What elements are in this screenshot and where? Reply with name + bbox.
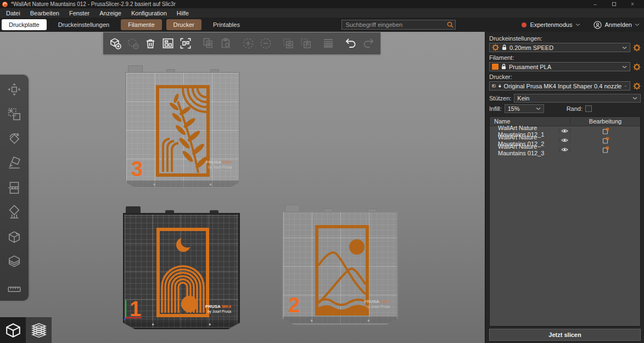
print-bed-1[interactable]: 1 PRUSA MK4 by Josef Prusa (123, 213, 240, 329)
place-on-face-tool-icon[interactable] (6, 155, 23, 171)
menu-datei[interactable]: Datei (1, 8, 25, 18)
slice-now-button[interactable]: Jetzt slicen (489, 329, 641, 341)
menu-hilfe[interactable]: Hilfe (172, 8, 194, 18)
menu-konfiguration[interactable]: Konfiguration (126, 8, 172, 18)
seam-tool-icon[interactable] (6, 229, 23, 245)
edit-printer-button[interactable] (632, 82, 641, 90)
chevron-down-icon (575, 23, 580, 26)
tab-drucker[interactable]: Drucker (166, 19, 202, 30)
print-bed-2[interactable]: 2 PRUSA MK4 by Josef Prusa (282, 211, 398, 325)
user-icon (593, 21, 602, 29)
menu-bearbeiten[interactable]: Bearbeiten (25, 8, 64, 18)
wallart-leaves-model[interactable] (156, 85, 210, 177)
bed-surface[interactable]: 1 PRUSA MK4 by Josef Prusa (123, 213, 240, 329)
add-object-icon[interactable] (108, 36, 122, 51)
search-box (341, 20, 456, 30)
mode-label: Expertenmodus (530, 21, 572, 28)
editor-view-button[interactable] (0, 317, 26, 343)
edit-document-icon (602, 137, 609, 144)
printer-select[interactable]: Original Prusa MK4 Input Shaper 0.4 nozz… (489, 81, 630, 91)
visibility-toggle[interactable] (559, 128, 570, 133)
login-button[interactable]: Anmelden (593, 21, 640, 29)
object-row-3[interactable]: WallArt Nature Mauntains 012_3 (490, 145, 640, 154)
scale-tool-icon[interactable] (6, 106, 23, 122)
brim-checkbox[interactable] (585, 105, 592, 112)
gear-icon (633, 82, 641, 90)
preview-view-button[interactable] (26, 317, 52, 343)
mode-selector[interactable]: Expertenmodus (522, 21, 580, 28)
eye-icon (561, 147, 568, 152)
rotate-tool-icon[interactable] (6, 131, 23, 147)
search-icon[interactable] (446, 21, 454, 29)
edit-object-button[interactable] (570, 128, 640, 134)
undo-icon[interactable] (344, 36, 358, 51)
arrange-bed-icon[interactable] (178, 36, 193, 51)
column-name: Name (490, 118, 559, 125)
title-bar: *WallArt Nature Mauntains 012 - PrusaSli… (0, 0, 644, 8)
search-input[interactable] (341, 20, 456, 30)
visibility-toggle[interactable] (559, 147, 570, 152)
infill-value: 15% (508, 105, 520, 112)
cube-3d-icon (4, 321, 23, 340)
menu-fenster[interactable]: Fenster (64, 8, 94, 18)
bed-surface[interactable]: 3 PRUSA MK4 by Josef Prusa (125, 72, 240, 189)
bed-surface[interactable]: 2 PRUSA MK4 by Josef Prusa (282, 211, 398, 325)
lock-icon (499, 83, 501, 89)
tab-filamente[interactable]: Filamente (121, 19, 161, 30)
cut-tool-icon[interactable] (6, 179, 23, 196)
bed-tab (126, 206, 141, 214)
delete-all-icon[interactable] (143, 36, 158, 51)
window-title: *WallArt Nature Mauntains 012 - PrusaSli… (11, 1, 176, 7)
measure-tool-icon[interactable] (6, 278, 23, 294)
view-mode-switch (0, 317, 52, 343)
menu-anzeige[interactable]: Anzeige (94, 8, 126, 18)
object-toolbar (103, 32, 380, 54)
move-tool-icon[interactable] (6, 81, 23, 98)
filament-value: Prusament PLA (509, 64, 551, 70)
infill-select[interactable]: 15% (505, 104, 544, 113)
gear-icon (633, 44, 641, 52)
minimize-icon[interactable]: – (586, 0, 604, 8)
column-edit: Bearbeitung (570, 118, 640, 125)
bed-edge (283, 317, 397, 324)
tab-druckeinstellungen[interactable]: Druckeinstellungen (51, 19, 117, 30)
sliced-layers-icon (30, 321, 48, 340)
viewport-3d[interactable]: 3 PRUSA MK4 by Josef Prusa (0, 32, 485, 343)
plate-brand-label: PRUSA MK4 by Josef Prusa (206, 160, 232, 169)
edit-filament-button[interactable] (632, 63, 641, 71)
infill-label: Infill: (489, 105, 502, 112)
visibility-toggle[interactable] (559, 138, 570, 143)
wallart-arch-moon-model[interactable] (156, 228, 209, 317)
supports-select[interactable]: Kein (514, 94, 641, 103)
paste-icon (219, 36, 233, 51)
print-bed-3[interactable]: 3 PRUSA MK4 by Josef Prusa (125, 72, 240, 189)
edit-document-icon (602, 147, 609, 153)
supports-tool-icon[interactable] (6, 204, 23, 221)
close-icon[interactable]: × (623, 0, 642, 8)
edit-print-settings-button[interactable] (632, 44, 641, 52)
layers-tool-icon[interactable] (6, 253, 23, 269)
bed-number: 2 (288, 295, 300, 316)
edit-object-button[interactable] (570, 147, 640, 153)
object-name[interactable]: WallArt Nature Mauntains 012_3 (490, 143, 559, 156)
print-settings-select[interactable]: 0.20mm SPEED (489, 43, 630, 52)
filament-select[interactable]: Prusament PLA (489, 62, 630, 71)
edit-document-icon (602, 128, 609, 134)
supports-label: Stützen: (489, 95, 511, 102)
tab-printables[interactable]: Printables (206, 19, 247, 30)
printer-label: Drucker: (489, 74, 641, 80)
restore-icon[interactable] (604, 0, 623, 8)
arrange-icon[interactable] (161, 36, 175, 51)
tab-druckplatte[interactable]: Druckplatte (2, 19, 47, 30)
wallart-mountains-model[interactable] (315, 225, 369, 316)
tab-bar: Druckplatte Druckeinstellungen Filamente… (0, 18, 644, 32)
eye-icon (561, 128, 568, 133)
gear-icon (633, 63, 641, 71)
printer-value: Original Prusa MK4 Input Shaper 0.4 nozz… (504, 83, 622, 89)
supports-value: Kein (517, 95, 529, 102)
brim-label: Rand: (567, 105, 583, 112)
filament-color-swatch (492, 64, 499, 70)
print-settings-gear-icon (492, 44, 499, 51)
edit-object-button[interactable] (570, 137, 640, 144)
split-objects-icon (281, 36, 295, 51)
